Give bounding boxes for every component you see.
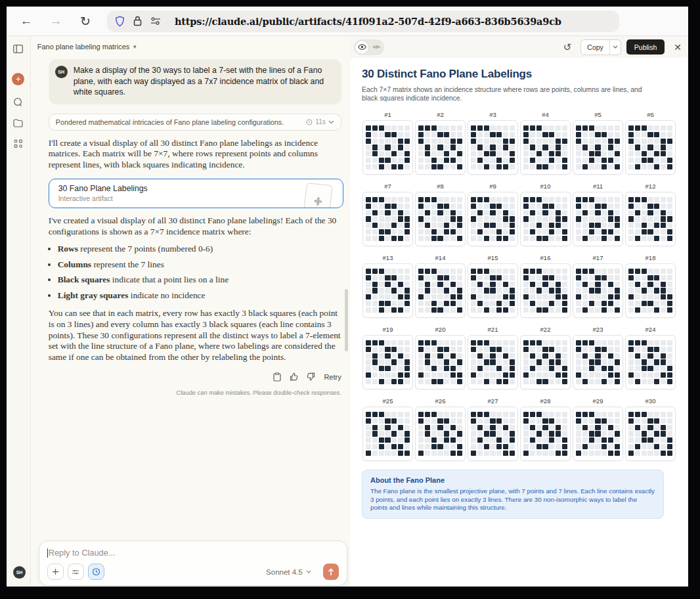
reply-composer[interactable]: Reply to Claude... Sonnet 4.5 <box>39 541 347 586</box>
incidence-cell <box>477 125 483 131</box>
empty-cell <box>385 379 390 384</box>
empty-cell <box>444 379 449 384</box>
incidence-cell <box>589 412 594 417</box>
code-toggle[interactable]: </> <box>370 41 383 54</box>
empty-cell <box>503 437 508 443</box>
empty-cell <box>391 451 397 456</box>
incidence-cell <box>496 418 502 424</box>
incidence-cell <box>536 269 542 274</box>
incidence-cell <box>385 210 390 215</box>
incidence-cell <box>523 269 529 274</box>
close-icon[interactable]: ✕ <box>674 42 682 53</box>
empty-cell <box>379 431 384 436</box>
sidebar-toggle-icon[interactable] <box>12 43 24 55</box>
empty-cell <box>418 366 424 371</box>
empty-cell <box>562 347 567 352</box>
empty-cell <box>490 269 495 274</box>
empty-cell <box>661 158 666 163</box>
empty-cell <box>530 223 535 228</box>
conversation-title[interactable]: Fano plane labeling matrices ▼ <box>31 36 350 51</box>
incidence-cell <box>425 223 430 228</box>
empty-cell <box>477 451 483 456</box>
empty-cell <box>667 269 672 274</box>
incidence-cell <box>444 151 449 156</box>
copy-button[interactable]: Copy <box>581 40 609 55</box>
incidence-cell <box>542 236 548 241</box>
empty-cell <box>602 412 607 417</box>
artifacts-grid-icon[interactable] <box>12 138 24 150</box>
empty-cell <box>523 164 529 169</box>
incidence-cell <box>471 197 476 202</box>
back-icon[interactable]: ← <box>16 14 36 28</box>
empty-cell <box>582 139 588 144</box>
chat-scrollbar[interactable] <box>345 289 348 351</box>
empty-cell <box>503 366 508 371</box>
user-avatar[interactable]: SH <box>13 566 26 579</box>
reload-icon[interactable]: ↻ <box>76 14 95 29</box>
model-selector[interactable]: Sonnet 4.5 <box>266 568 311 576</box>
send-button[interactable] <box>323 564 339 580</box>
empty-cell <box>642 294 647 300</box>
empty-cell <box>425 204 430 209</box>
empty-cell <box>523 144 529 150</box>
empty-cell <box>510 132 515 137</box>
empty-cell <box>425 275 430 280</box>
incidence-cell <box>379 269 384 274</box>
incidence-cell <box>542 144 548 150</box>
empty-cell <box>602 210 607 215</box>
reply-input[interactable]: Reply to Claude... <box>47 548 339 558</box>
incidence-cell <box>490 144 495 150</box>
incidence-cell <box>523 418 529 424</box>
empty-cell <box>576 282 581 287</box>
empty-cell <box>418 437 424 443</box>
publish-button[interactable]: Publish <box>626 39 665 55</box>
extended-thinking-button[interactable] <box>88 564 104 580</box>
projects-icon[interactable] <box>12 117 24 129</box>
incidence-cell <box>615 451 620 456</box>
fano-matrix: #15 <box>467 254 519 318</box>
empty-cell <box>523 425 529 430</box>
incidence-cell <box>496 437 502 443</box>
incidence-cell <box>647 282 653 287</box>
incidence-cell <box>477 437 483 443</box>
empty-cell <box>437 197 443 202</box>
empty-cell <box>471 158 476 163</box>
empty-cell <box>536 451 542 456</box>
url-bar[interactable]: https://claude.ai/public/artifacts/41f09… <box>107 11 619 32</box>
incidence-cell <box>642 223 647 228</box>
refresh-icon[interactable]: ↺ <box>563 41 572 53</box>
incidence-cell <box>418 418 424 424</box>
tools-button[interactable] <box>68 564 84 580</box>
empty-cell <box>450 418 456 424</box>
empty-cell <box>477 379 483 384</box>
copy-clipboard-icon[interactable] <box>273 372 281 382</box>
empty-cell <box>654 216 659 221</box>
empty-cell <box>602 139 607 144</box>
empty-cell <box>398 158 403 163</box>
empty-cell <box>391 340 397 345</box>
thumbs-down-icon[interactable] <box>307 372 315 381</box>
chats-icon[interactable] <box>12 96 24 108</box>
thumbs-up-icon[interactable] <box>290 372 298 381</box>
forward-icon[interactable]: → <box>46 14 66 28</box>
incidence-cell <box>654 347 659 352</box>
copy-dropdown[interactable] <box>609 40 621 55</box>
empty-cell <box>647 379 653 384</box>
retry-button[interactable]: Retry <box>324 373 341 381</box>
thinking-summary-bar[interactable]: Pondered mathematical intricacies of Fan… <box>49 114 341 131</box>
preview-toggle[interactable] <box>355 41 368 54</box>
incidence-cell <box>457 451 462 456</box>
empty-cell <box>562 269 567 274</box>
artifact-card[interactable]: 30 Fano Plane Labelings Interactive arti… <box>49 179 343 208</box>
incidence-cell <box>391 307 397 313</box>
empty-cell <box>490 197 495 202</box>
matrix-card <box>573 263 623 318</box>
empty-cell <box>496 269 502 274</box>
new-chat-plus-icon[interactable]: + <box>12 73 24 85</box>
preview-code-toggle[interactable]: </> <box>354 39 384 55</box>
empty-cell <box>628 288 634 293</box>
incidence-cell <box>418 204 424 209</box>
attach-plus-button[interactable] <box>47 564 64 580</box>
empty-cell <box>635 372 640 378</box>
incidence-cell <box>450 353 456 359</box>
